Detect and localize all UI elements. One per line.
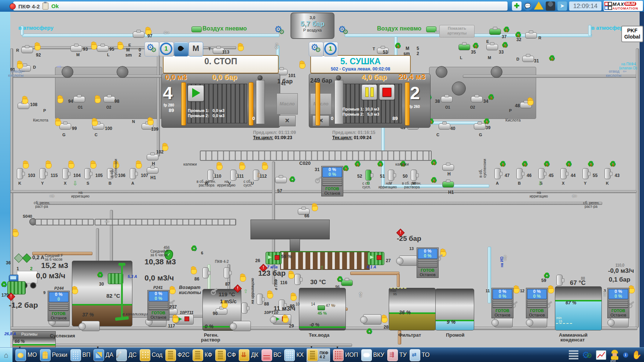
- auto-mode-icon[interactable]: ♻A: [343, 164, 349, 172]
- auto-mode-icon[interactable]: ♻A: [522, 160, 528, 167]
- valve[interactable]: [441, 96, 453, 102]
- auto-mode-icon[interactable]: ♻A: [549, 54, 555, 62]
- route-diamond-icon[interactable]: [22, 253, 31, 263]
- taskbar-item-1[interactable]: ▼МО: [15, 349, 37, 361]
- auto-mode-icon[interactable]: ♻A: [500, 160, 506, 167]
- press-left-oil-box[interactable]: Масло: [277, 93, 298, 115]
- telegram-icon[interactable]: ➤: [557, 1, 567, 11]
- auto-mode-icon[interactable]: ♻A: [488, 93, 494, 101]
- manual-hand-icon[interactable]: [298, 60, 307, 70]
- valve[interactable]: [556, 275, 563, 286]
- gears-icon[interactable]: ⚙⚙: [274, 24, 282, 35]
- valve[interactable]: [538, 168, 545, 179]
- warning-icon[interactable]: [534, 1, 544, 10]
- taskbar-item-5[interactable]: ДС: [116, 349, 136, 361]
- manual-hand-icon[interactable]: [238, 162, 247, 171]
- pump[interactable]: [81, 321, 100, 331]
- pump[interactable]: [233, 321, 251, 331]
- valve[interactable]: [388, 170, 394, 181]
- press-left-header[interactable]: 0. СТОП: [163, 55, 279, 73]
- taskbar-item-2[interactable]: Резки: [40, 349, 67, 361]
- clipboard-icon[interactable]: [43, 3, 48, 10]
- wrench-icon[interactable]: [629, 301, 634, 306]
- oil-button[interactable]: [174, 42, 189, 57]
- valve[interactable]: [365, 170, 372, 181]
- valve[interactable]: [275, 177, 287, 183]
- taskbar-item-6[interactable]: Сод: [140, 349, 162, 361]
- conveyor-s040[interactable]: [35, 219, 94, 225]
- valve[interactable]: [21, 47, 33, 53]
- auto-mode-icon[interactable]: ♻A: [431, 176, 437, 184]
- manual-hand-icon[interactable]: [67, 160, 76, 170]
- auto-mode-icon[interactable]: ♻A: [483, 117, 490, 125]
- manual-hand-icon[interactable]: [260, 162, 270, 171]
- pump-panel-p244[interactable]: 0 %0ГОТОВОстанов: [48, 291, 70, 321]
- screw-conveyor[interactable]: [280, 251, 370, 270]
- pump-panel-13[interactable]: 0 %0 %ГОТОВОстанов: [417, 247, 439, 278]
- pump[interactable]: [363, 314, 381, 325]
- valve[interactable]: [147, 154, 158, 160]
- manual-hand-icon[interactable]: [238, 273, 248, 283]
- manual-hand-icon[interactable]: [310, 203, 320, 212]
- valve[interactable]: [84, 168, 91, 179]
- valve[interactable]: [604, 168, 611, 179]
- valve-indicator[interactable]: [318, 305, 325, 310]
- manual-hand-icon[interactable]: [134, 160, 144, 170]
- manual-hand-icon[interactable]: [189, 266, 199, 275]
- auto-mode-icon[interactable]: ♻A: [566, 160, 572, 167]
- valve[interactable]: [103, 96, 115, 102]
- conveyor-belt[interactable]: [95, 219, 236, 225]
- settings-button[interactable]: ⚙⚙: [309, 42, 323, 57]
- taskbar-item-13[interactable]: ▼ПКФ 4 2: [307, 348, 330, 362]
- cycle-mode-button[interactable]: 1: [159, 42, 174, 57]
- manual-hand-icon[interactable]: [90, 117, 100, 127]
- valve[interactable]: [582, 168, 589, 179]
- press-right-stop-button[interactable]: [379, 84, 395, 100]
- chart-icon[interactable]: [596, 350, 606, 360]
- valve[interactable]: [560, 168, 567, 179]
- manual-hand-icon[interactable]: [380, 314, 389, 324]
- recycle-icon[interactable]: ♻: [1, 280, 7, 288]
- valve[interactable]: [62, 168, 69, 179]
- auto-mode-icon[interactable]: ♻A: [610, 160, 616, 167]
- manual-hand-icon[interactable]: [289, 292, 299, 302]
- valve[interactable]: [202, 267, 209, 278]
- recycle-icon[interactable]: ♻: [337, 275, 343, 283]
- auto-mode-icon[interactable]: ♻A: [588, 160, 594, 167]
- recycle-icon[interactable]: ♻: [366, 327, 373, 335]
- valve[interactable]: [40, 168, 46, 179]
- manual-hand-icon[interactable]: [33, 42, 43, 51]
- manual-hand-icon[interactable]: [281, 314, 290, 324]
- manual-hand-icon[interactable]: [89, 160, 98, 170]
- wrench-icon[interactable]: [169, 300, 175, 304]
- valve[interactable]: [489, 29, 501, 35]
- valve[interactable]: [133, 32, 144, 38]
- pump[interactable]: [610, 317, 629, 327]
- auto-mode-icon[interactable]: ♻A: [472, 42, 479, 49]
- pkf-global-button[interactable]: PKF Global: [621, 26, 643, 42]
- valve[interactable]: [522, 56, 534, 62]
- taskbar-item-11[interactable]: ВС: [261, 349, 282, 361]
- add-button[interactable]: ✚: [512, 1, 522, 11]
- cycle-mode-button[interactable]: 1: [323, 42, 338, 57]
- taskbar-item-8[interactable]: КФ: [193, 349, 212, 361]
- taskbar-item-3[interactable]: ВП: [70, 349, 91, 361]
- manual-hand-icon[interactable]: [146, 117, 155, 126]
- press-left-start-button[interactable]: [188, 85, 204, 101]
- manual-hand-icon[interactable]: [89, 41, 99, 51]
- manual-hand-icon[interactable]: [236, 43, 246, 52]
- taskbar-item-14[interactable]: ▼ИОП: [333, 349, 358, 361]
- valve[interactable]: [486, 44, 498, 50]
- recycle-icon[interactable]: ♻: [191, 245, 197, 252]
- show-articles-button[interactable]: Показать артикулы: [439, 25, 475, 37]
- main-conveyor[interactable]: [200, 151, 432, 161]
- taskbar-home-button[interactable]: ⌂: [0, 348, 12, 362]
- manual-mode-button[interactable]: M: [189, 42, 203, 57]
- manual-hand-icon[interactable]: [526, 97, 535, 106]
- taskbar-item-10[interactable]: ДК: [239, 349, 258, 361]
- manual-hand-icon[interactable]: [21, 160, 31, 170]
- manual-hand-icon[interactable]: [70, 286, 80, 295]
- motor[interactable]: [7, 281, 26, 294]
- valve[interactable]: [70, 46, 82, 52]
- gears-icon[interactable]: ⚙⚙: [582, 350, 592, 360]
